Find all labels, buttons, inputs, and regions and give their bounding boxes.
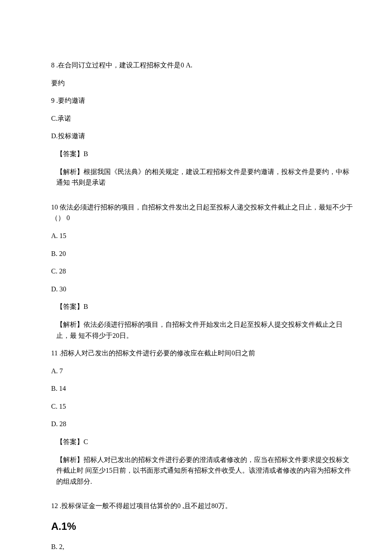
document-page: 8 .在合同订立过程中，建设工程招标文件是0 A. 要约 9 .要约邀请 C.承…	[0, 0, 392, 555]
q8-option-a-line2: 要约	[38, 78, 354, 89]
q10-option-c: C. 28	[38, 266, 354, 277]
q8-answer: 【答案】B	[38, 148, 354, 160]
spacer	[38, 494, 354, 500]
q12-option-b: B. 2,	[38, 541, 354, 552]
q11-explanation: 【解析】招标人对已发出的招标文件进行必要的澄清或者修改的，应当在招标文件要求提交…	[38, 454, 354, 487]
q8-stem: 8 .在合同订立过程中，建设工程招标文件是0 A.	[38, 60, 354, 71]
q10-option-a: A. 15	[38, 230, 354, 241]
q8-option-b: 9 .要约邀请	[38, 95, 354, 106]
q10-option-d: D. 30	[38, 284, 354, 295]
q8-option-d: D.投标邀请	[38, 131, 354, 142]
q12-option-a: A.1%	[38, 518, 354, 535]
q11-stem: 11 .招标人对己发出的招标文件进行必要的修改应在截止时间0日之前	[38, 348, 354, 359]
q10-answer: 【答案】B	[38, 301, 354, 312]
q8-explanation: 【解析】根据我国《民法典》的相关规定，建设工程招标文件是要约邀请，投标文件是要约…	[38, 166, 354, 188]
q10-explanation: 【解析】依法必须进行招标的项目，自招标文件开始发出之日起至投标人提交投标文件截止…	[38, 319, 354, 341]
q11-answer: 【答案】C	[38, 436, 354, 447]
q11-option-a: A. 7	[38, 366, 354, 377]
q11-option-c: C. 15	[38, 401, 354, 412]
q11-option-d: D. 28	[38, 418, 354, 430]
q11-option-b: B. 14	[38, 383, 354, 394]
q8-option-c: C.承诺	[38, 113, 354, 124]
q10-option-b: B. 20	[38, 248, 354, 259]
spacer	[38, 195, 354, 202]
q10-stem: 10 依法必须进行招标的项目，自招标文件发出之日起至投标人递交投标文件截止之日止…	[38, 202, 354, 224]
q12-stem: 12 .投标保证金一般不得超过项目估算价的0 ,且不超过80万。	[38, 500, 354, 511]
